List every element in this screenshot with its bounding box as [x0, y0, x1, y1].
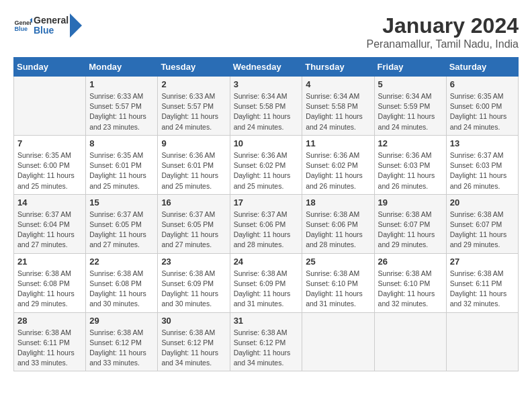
day-number: 2	[161, 79, 226, 89]
calendar-cell	[14, 77, 86, 136]
weekday-header-sunday: Sunday	[14, 58, 86, 77]
day-info: Sunrise: 6:37 AMSunset: 6:06 PMDaylight:…	[234, 210, 299, 250]
calendar-cell: 16Sunrise: 6:37 AMSunset: 6:05 PMDayligh…	[158, 194, 230, 253]
day-info: Sunrise: 6:38 AMSunset: 6:10 PMDaylight:…	[306, 269, 370, 310]
logo-general: General	[34, 15, 69, 26]
calendar-cell: 26Sunrise: 6:38 AMSunset: 6:10 PMDayligh…	[374, 253, 446, 312]
day-number: 11	[306, 138, 370, 148]
day-number: 18	[306, 197, 370, 208]
calendar-cell: 11Sunrise: 6:36 AMSunset: 6:02 PMDayligh…	[302, 135, 374, 194]
day-number: 20	[450, 197, 515, 208]
day-info: Sunrise: 6:35 AMSunset: 6:00 PMDaylight:…	[17, 150, 82, 191]
calendar-cell: 15Sunrise: 6:37 AMSunset: 6:05 PMDayligh…	[86, 194, 158, 253]
day-info: Sunrise: 6:38 AMSunset: 6:12 PMDaylight:…	[161, 328, 226, 369]
day-info: Sunrise: 6:38 AMSunset: 6:07 PMDaylight:…	[450, 210, 515, 250]
calendar-cell: 28Sunrise: 6:38 AMSunset: 6:11 PMDayligh…	[14, 312, 86, 371]
day-number: 7	[17, 138, 82, 148]
calendar-cell: 13Sunrise: 6:37 AMSunset: 6:03 PMDayligh…	[446, 135, 518, 194]
day-info: Sunrise: 6:37 AMSunset: 6:04 PMDaylight:…	[17, 210, 82, 250]
day-info: Sunrise: 6:36 AMSunset: 6:01 PMDaylight:…	[161, 150, 226, 191]
day-info: Sunrise: 6:36 AMSunset: 6:02 PMDaylight:…	[306, 150, 370, 191]
svg-marker-3	[70, 13, 82, 38]
weekday-header-thursday: Thursday	[302, 58, 374, 77]
day-info: Sunrise: 6:38 AMSunset: 6:09 PMDaylight:…	[161, 269, 226, 310]
day-number: 9	[161, 138, 226, 148]
calendar-cell: 5Sunrise: 6:34 AMSunset: 5:59 PMDaylight…	[374, 77, 446, 136]
day-number: 14	[17, 197, 82, 208]
weekday-header-tuesday: Tuesday	[158, 58, 230, 77]
day-info: Sunrise: 6:38 AMSunset: 6:08 PMDaylight:…	[89, 269, 154, 310]
day-number: 31	[234, 316, 299, 326]
calendar-cell: 17Sunrise: 6:37 AMSunset: 6:06 PMDayligh…	[230, 194, 302, 253]
day-info: Sunrise: 6:33 AMSunset: 5:57 PMDaylight:…	[89, 91, 154, 132]
day-info: Sunrise: 6:37 AMSunset: 6:05 PMDaylight:…	[161, 210, 226, 250]
day-info: Sunrise: 6:33 AMSunset: 5:57 PMDaylight:…	[161, 91, 226, 132]
calendar-cell: 8Sunrise: 6:35 AMSunset: 6:01 PMDaylight…	[86, 135, 158, 194]
day-info: Sunrise: 6:35 AMSunset: 6:00 PMDaylight:…	[450, 91, 515, 132]
calendar-cell: 21Sunrise: 6:38 AMSunset: 6:08 PMDayligh…	[14, 253, 86, 312]
day-number: 23	[161, 257, 226, 267]
logo-blue: Blue	[34, 26, 69, 36]
logo-icon: General Blue	[13, 16, 32, 35]
calendar-cell: 22Sunrise: 6:38 AMSunset: 6:08 PMDayligh…	[86, 253, 158, 312]
calendar-cell	[374, 312, 446, 371]
calendar-cell: 30Sunrise: 6:38 AMSunset: 6:12 PMDayligh…	[158, 312, 230, 371]
day-info: Sunrise: 6:38 AMSunset: 6:12 PMDaylight:…	[234, 328, 299, 369]
location-title: Peranamallur, Tamil Nadu, India	[367, 38, 519, 50]
calendar-cell: 29Sunrise: 6:38 AMSunset: 6:12 PMDayligh…	[86, 312, 158, 371]
day-info: Sunrise: 6:38 AMSunset: 6:06 PMDaylight:…	[306, 210, 370, 250]
day-number: 25	[306, 257, 370, 267]
day-number: 19	[378, 197, 443, 208]
day-info: Sunrise: 6:38 AMSunset: 6:12 PMDaylight:…	[89, 328, 154, 369]
day-number: 5	[378, 79, 443, 89]
day-number: 3	[234, 79, 299, 89]
day-info: Sunrise: 6:38 AMSunset: 6:11 PMDaylight:…	[17, 328, 82, 369]
day-number: 27	[450, 257, 515, 267]
day-number: 8	[89, 138, 154, 148]
calendar-cell: 4Sunrise: 6:34 AMSunset: 5:58 PMDaylight…	[302, 77, 374, 136]
day-number: 12	[378, 138, 443, 148]
day-number: 16	[161, 197, 226, 208]
calendar-cell: 10Sunrise: 6:36 AMSunset: 6:02 PMDayligh…	[230, 135, 302, 194]
month-title: January 2024	[367, 13, 519, 38]
page-header: General Blue General Blue January 2024 P…	[13, 13, 519, 50]
calendar-cell: 14Sunrise: 6:37 AMSunset: 6:04 PMDayligh…	[14, 194, 86, 253]
calendar-cell: 18Sunrise: 6:38 AMSunset: 6:06 PMDayligh…	[302, 194, 374, 253]
day-info: Sunrise: 6:38 AMSunset: 6:10 PMDaylight:…	[378, 269, 443, 310]
day-number: 29	[89, 316, 154, 326]
day-info: Sunrise: 6:38 AMSunset: 6:08 PMDaylight:…	[17, 269, 82, 310]
day-number: 6	[450, 79, 515, 89]
weekday-header-wednesday: Wednesday	[230, 58, 302, 77]
svg-text:General: General	[14, 19, 32, 26]
calendar-table: SundayMondayTuesdayWednesdayThursdayFrid…	[13, 57, 519, 371]
calendar-cell: 20Sunrise: 6:38 AMSunset: 6:07 PMDayligh…	[446, 194, 518, 253]
calendar-cell: 9Sunrise: 6:36 AMSunset: 6:01 PMDaylight…	[158, 135, 230, 194]
day-info: Sunrise: 6:38 AMSunset: 6:07 PMDaylight:…	[378, 210, 443, 250]
day-info: Sunrise: 6:34 AMSunset: 5:58 PMDaylight:…	[234, 91, 299, 132]
day-info: Sunrise: 6:37 AMSunset: 6:03 PMDaylight:…	[450, 150, 515, 191]
weekday-header-saturday: Saturday	[446, 58, 518, 77]
day-info: Sunrise: 6:36 AMSunset: 6:03 PMDaylight:…	[378, 150, 443, 191]
day-number: 21	[17, 257, 82, 267]
calendar-cell: 25Sunrise: 6:38 AMSunset: 6:10 PMDayligh…	[302, 253, 374, 312]
day-number: 17	[234, 197, 299, 208]
day-info: Sunrise: 6:34 AMSunset: 5:59 PMDaylight:…	[378, 91, 443, 132]
calendar-cell: 7Sunrise: 6:35 AMSunset: 6:00 PMDaylight…	[14, 135, 86, 194]
day-info: Sunrise: 6:37 AMSunset: 6:05 PMDaylight:…	[89, 210, 154, 250]
day-info: Sunrise: 6:34 AMSunset: 5:58 PMDaylight:…	[306, 91, 370, 132]
title-area: January 2024 Peranamallur, Tamil Nadu, I…	[367, 13, 519, 50]
svg-text:Blue: Blue	[14, 26, 28, 32]
day-info: Sunrise: 6:38 AMSunset: 6:11 PMDaylight:…	[450, 269, 515, 310]
calendar-cell	[302, 312, 374, 371]
weekday-header-monday: Monday	[86, 58, 158, 77]
day-number: 15	[89, 197, 154, 208]
calendar-cell: 6Sunrise: 6:35 AMSunset: 6:00 PMDaylight…	[446, 77, 518, 136]
day-number: 28	[17, 316, 82, 326]
day-number: 13	[450, 138, 515, 148]
calendar-cell: 27Sunrise: 6:38 AMSunset: 6:11 PMDayligh…	[446, 253, 518, 312]
day-number: 26	[378, 257, 443, 267]
logo-arrow-icon	[70, 13, 82, 38]
calendar-cell: 1Sunrise: 6:33 AMSunset: 5:57 PMDaylight…	[86, 77, 158, 136]
calendar-cell: 3Sunrise: 6:34 AMSunset: 5:58 PMDaylight…	[230, 77, 302, 136]
day-number: 24	[234, 257, 299, 267]
